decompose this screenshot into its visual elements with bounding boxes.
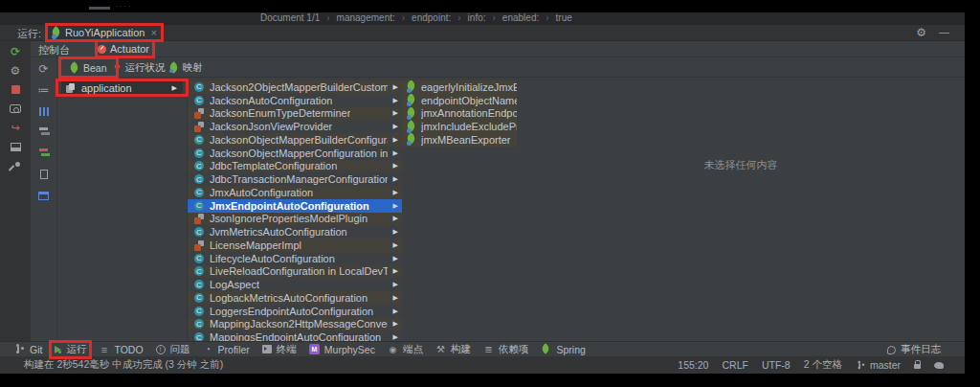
file-encoding[interactable]: UTF-8 <box>762 359 791 371</box>
context-row-application[interactable]: application ▶ <box>61 80 183 95</box>
configuration-label: LoggersEndpointAutoConfiguration <box>210 306 373 317</box>
gear-icon[interactable]: ⚙ <box>916 26 926 39</box>
toolbar-item[interactable]: Git <box>14 344 42 355</box>
toolbar-item[interactable]: MurphySec <box>309 344 375 355</box>
exit-icon[interactable]: ↪ <box>9 122 22 134</box>
breadcrumb-item[interactable]: endpoint: <box>395 12 452 23</box>
configuration-label: JvmMetricsAutoConfiguration <box>210 226 347 238</box>
run-play-icon <box>55 346 61 353</box>
expand-arrow-icon: ▶ <box>393 189 398 196</box>
toolbar-item[interactable]: 问题 <box>156 343 190 356</box>
caret-position[interactable]: 155:20 <box>678 359 708 371</box>
configuration-row[interactable]: LicenseMapperImpl ▶ <box>188 239 402 252</box>
configuration-row[interactable]: LogbackMetricsAutoConfiguration ▶ <box>188 291 402 305</box>
toolbar-item[interactable]: 运行 <box>55 343 86 356</box>
tab-mappings[interactable]: 映射 <box>169 59 203 76</box>
toolbar-item-label: MurphySec <box>324 344 375 355</box>
class-icon <box>194 161 204 171</box>
configuration-row[interactable]: JacksonJsonViewProvider ▶ <box>188 120 402 133</box>
rerun-icon[interactable]: ⟳ <box>9 45 22 57</box>
git-branch-widget[interactable]: master <box>856 359 901 371</box>
beans-column: eagerlyInitializeJmxEndp endpointObjectN… <box>402 78 517 341</box>
configuration-label: JacksonObjectMapperConfiguration in Jack… <box>210 148 388 159</box>
line-separator[interactable]: CRLF <box>722 359 747 371</box>
document-icon[interactable] <box>37 169 51 180</box>
toolbar-item[interactable]: 端点 <box>388 343 423 356</box>
pin-tab-icon[interactable] <box>9 160 22 172</box>
breadcrumb-item[interactable]: enabled: <box>486 12 540 23</box>
tab-bean[interactable]: Bean <box>66 59 111 76</box>
health-heart-icon: ♥ <box>114 63 121 72</box>
class-icon <box>194 82 204 92</box>
configuration-row[interactable]: LogAspect ▶ <box>188 278 402 291</box>
git-branch-icon <box>14 344 25 354</box>
build-icon <box>435 344 446 354</box>
configuration-row[interactable]: JmxAutoConfiguration ▶ <box>188 186 402 199</box>
breadcrumb-item[interactable]: true <box>539 12 572 23</box>
event-log-button[interactable]: 事件日志 <box>887 343 941 356</box>
hide-window-icon[interactable]: — <box>939 26 949 37</box>
expand-arrow-icon: ▶ <box>393 97 398 104</box>
configuration-row[interactable]: LoggersEndpointAutoConfiguration ▶ <box>188 305 402 318</box>
configuration-row[interactable]: Jackson2ObjectMapperBuilderCustomizerCo … <box>188 80 402 94</box>
configuration-row[interactable]: MappingJackson2HttpMessageConverterCo ▶ <box>188 318 402 331</box>
configuration-row[interactable]: LifecycleAutoConfiguration ▶ <box>188 252 402 265</box>
toolbar-item[interactable]: 依赖项 <box>483 343 529 356</box>
configuration-row[interactable]: JacksonObjectMapperConfiguration in Jack… <box>188 147 402 160</box>
configuration-row[interactable]: JacksonAutoConfiguration ▶ <box>188 94 402 107</box>
screenshot-camera-icon[interactable] <box>9 102 22 115</box>
toolbar-item[interactable]: Profiler <box>203 344 250 355</box>
tab-actuator[interactable]: Actuator <box>72 41 153 57</box>
bean-label: jmxAnnotationEndpointD <box>421 107 517 119</box>
bean-leaf-icon <box>70 63 78 72</box>
configuration-row[interactable]: JvmMetricsAutoConfiguration ▶ <box>188 225 402 239</box>
expand-arrow-icon: ▶ <box>393 281 398 288</box>
configuration-row[interactable]: JdbcTemplateConfiguration ▶ <box>188 160 402 173</box>
configuration-row[interactable]: JdbcTransactionManagerConfiguration in D… <box>188 172 402 186</box>
layers-icon[interactable] <box>37 126 51 138</box>
settings-wrench-icon[interactable]: ⚙ <box>9 64 22 77</box>
configuration-row[interactable]: JsonIgnorePropertiesModelPlugin ▶ <box>188 213 402 226</box>
toolbar-item[interactable]: Spring <box>541 344 585 355</box>
toolbar-item-label: Git <box>30 344 42 355</box>
tab-health[interactable]: ♥ 运行状况 <box>114 59 166 76</box>
console-tabs-row: 控制台 Actuator <box>31 41 965 57</box>
indent-setting[interactable]: 2 个空格 <box>804 358 842 372</box>
bottom-toolbar: Git 运行 TODO 问题 P <box>0 341 965 356</box>
table-view-icon[interactable] <box>37 190 51 201</box>
configuration-label: LicenseMapperImpl <box>210 239 301 251</box>
filter-list-icon[interactable]: ≔ <box>37 84 51 96</box>
configuration-row[interactable]: JacksonEnumTypeDeterminer ▶ <box>188 107 402 121</box>
class-icon <box>194 148 204 158</box>
refresh-icon[interactable]: ⟳ <box>37 63 51 75</box>
toolbar-item[interactable]: 构建 <box>435 343 471 356</box>
configuration-row[interactable]: JacksonObjectMapperBuilderConfiguration … <box>188 133 402 147</box>
close-icon[interactable]: × <box>150 27 156 38</box>
toolbar-item[interactable]: 终端 <box>262 343 297 356</box>
tab-ruoyi-application[interactable]: RuoYiApplication × <box>50 25 159 40</box>
bean-row[interactable]: jmxAnnotationEndpointD <box>402 107 517 121</box>
breadcrumb-item[interactable]: info: <box>451 12 485 23</box>
configuration-row[interactable]: JmxEndpointAutoConfiguration ▶ <box>188 199 402 213</box>
bean-row[interactable]: eagerlyInitializeJmxEndp <box>402 80 517 94</box>
spring-icon <box>541 344 551 354</box>
bean-row[interactable]: endpointObjectNameFac <box>402 94 517 107</box>
toolbar-item[interactable]: TODO <box>99 344 143 355</box>
murphysec-icon <box>309 344 320 354</box>
bean-method-icon <box>194 240 204 250</box>
lock-icon[interactable] <box>914 364 921 369</box>
bean-row[interactable]: jmxIncludeExcludePrope <box>402 120 517 133</box>
beans-graph-icon[interactable] <box>37 148 51 159</box>
breadcrumb-item[interactable]: management: <box>320 12 395 23</box>
breadcrumb-item[interactable]: Document 1/1 <box>260 12 320 23</box>
stop-icon[interactable] <box>9 83 22 96</box>
bean-row[interactable]: jmxMBeanExporter <box>402 133 517 147</box>
configuration-row[interactable]: LiveReloadConfiguration in LocalDevTools… <box>188 265 402 279</box>
configuration-label: JmxAutoConfiguration <box>210 187 313 198</box>
highlighting-level-icon[interactable] <box>934 362 944 369</box>
configuration-row[interactable]: MappingsEndpointAutoConfiguration ▶ <box>188 330 402 341</box>
metrics-chart-icon[interactable] <box>37 105 51 117</box>
status-bar-right: 155:20 CRLF UTF-8 2 个空格 master <box>678 358 944 372</box>
console-layout-icon[interactable] <box>9 141 22 153</box>
tab-console[interactable]: 控制台 <box>35 43 73 57</box>
